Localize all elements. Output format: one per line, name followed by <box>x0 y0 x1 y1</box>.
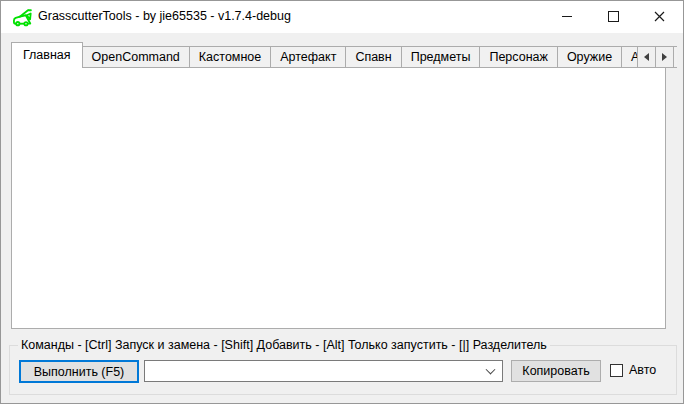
tab-kastomnoe[interactable]: Кастомное <box>189 46 271 68</box>
command-combobox <box>144 360 503 382</box>
tab-predmety[interactable]: Предметы <box>401 46 481 68</box>
app-car-icon <box>10 8 34 27</box>
auto-checkbox[interactable]: Авто <box>610 363 656 377</box>
maximize-icon <box>608 11 619 22</box>
commands-group-title: Команды - [Ctrl] Запуск и замена - [Shif… <box>18 338 550 352</box>
command-input[interactable] <box>151 364 482 378</box>
minimize-button[interactable] <box>544 1 590 32</box>
checkbox-box-icon <box>610 364 623 377</box>
tab-artefakt[interactable]: Артефакт <box>270 46 346 68</box>
tab-scroll-buttons <box>638 46 674 68</box>
auto-label: Авто <box>629 363 656 377</box>
tab-personazh[interactable]: Персонаж <box>479 46 557 68</box>
minimize-icon <box>562 16 572 17</box>
tab-spavn[interactable]: Спавн <box>345 46 401 68</box>
close-icon <box>654 11 665 22</box>
tab-strip: Главная OpenCommand Кастомное Артефакт С… <box>11 41 677 68</box>
execute-button[interactable]: Выполнить (F5) <box>19 360 139 383</box>
maximize-button[interactable] <box>590 1 636 32</box>
window-controls <box>544 1 682 32</box>
tab-scroll-right-button[interactable] <box>655 46 674 68</box>
tab-oruzhie[interactable]: Оружие <box>557 46 622 68</box>
title-bar: GrasscutterTools - by jie65535 - v1.7.4-… <box>1 1 683 33</box>
arrow-left-icon <box>644 53 649 61</box>
chevron-down-icon <box>486 365 496 375</box>
app-window: GrasscutterTools - by jie65535 - v1.7.4-… <box>0 0 684 404</box>
copy-button[interactable]: Копировать <box>511 360 601 382</box>
window-title: GrasscutterTools - by jie65535 - v1.7.4-… <box>38 9 291 23</box>
tab-page-main <box>11 67 666 329</box>
tab-scroll-left-button[interactable] <box>637 46 656 68</box>
tab-glavnaya[interactable]: Главная <box>11 42 83 68</box>
arrow-right-icon <box>662 53 667 61</box>
tab-opencommand[interactable]: OpenCommand <box>82 46 190 68</box>
close-button[interactable] <box>636 1 682 32</box>
